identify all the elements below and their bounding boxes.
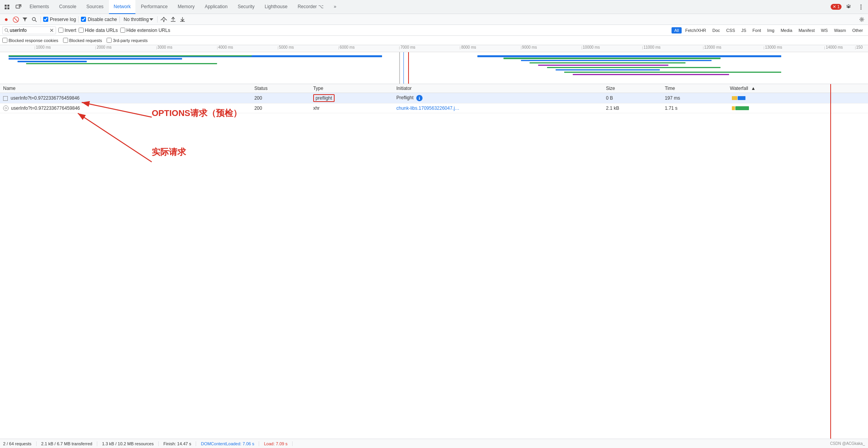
- col-name[interactable]: Name: [0, 84, 251, 93]
- timeline-red-line: [408, 52, 409, 84]
- svg-line-15: [7, 31, 9, 32]
- record-stop-button[interactable]: ●: [2, 16, 10, 23]
- invert-checkbox[interactable]: Invert: [58, 28, 76, 33]
- settings-icon[interactable]: [843, 2, 854, 12]
- svg-point-13: [861, 19, 863, 20]
- wf-bar-blue: [738, 96, 745, 100]
- search-box: ✕: [2, 26, 56, 34]
- type-btn-doc[interactable]: Doc: [710, 27, 723, 33]
- tick-11000: 11000 ms: [642, 45, 661, 49]
- type-btn-img[interactable]: Img: [765, 27, 777, 33]
- tab-elements[interactable]: Elements: [25, 0, 54, 14]
- more-options-icon[interactable]: [856, 2, 866, 12]
- finish-time: Finish: 14.47 s: [159, 441, 196, 446]
- row-icon-square: [3, 96, 8, 101]
- wf-bar-green: [735, 106, 749, 110]
- col-initiator[interactable]: Initiator: [393, 84, 603, 93]
- initiator-link-2[interactable]: chunk-libs.1709563226047.j…: [396, 105, 459, 111]
- col-time[interactable]: Time: [662, 84, 727, 93]
- dock-icon[interactable]: [2, 2, 12, 12]
- type-btn-wasm[interactable]: Wasm: [831, 27, 849, 33]
- search-button[interactable]: [30, 16, 38, 23]
- tab-application[interactable]: Application: [200, 0, 232, 14]
- chart-bar-11: [547, 67, 721, 68]
- tab-memory[interactable]: Memory: [173, 0, 199, 14]
- hide-data-urls-checkbox[interactable]: Hide data URLs: [79, 28, 118, 33]
- disable-cache-checkbox[interactable]: Disable cache: [81, 17, 117, 22]
- chart-bar-10: [538, 65, 668, 66]
- svg-rect-0: [5, 5, 7, 7]
- type-btn-media[interactable]: Media: [778, 27, 795, 33]
- svg-rect-2: [5, 7, 7, 9]
- tick-150: 150: [855, 45, 863, 49]
- tick-5000: 5000 ms: [278, 45, 294, 49]
- search-clear-button[interactable]: ✕: [49, 27, 54, 33]
- tab-network[interactable]: Network: [109, 0, 135, 14]
- tab-bar-right: ✕ 1: [831, 2, 866, 12]
- extra-filter-bar: Blocked response cookies Blocked request…: [0, 36, 868, 45]
- third-party-requests-checkbox[interactable]: 3rd-party requests: [107, 38, 147, 43]
- type-btn-ws[interactable]: WS: [818, 27, 831, 33]
- cell-initiator-2: chunk-libs.1709563226047.j…: [393, 104, 603, 113]
- filter-search-input[interactable]: [10, 28, 49, 33]
- sort-arrow-icon: ▲: [751, 86, 756, 91]
- tick-9000: 9000 ms: [521, 45, 537, 49]
- csdn-badge: CSDN @ACGkaka_: [830, 441, 865, 446]
- filter-icon-button[interactable]: [21, 16, 29, 23]
- detach-icon[interactable]: [13, 2, 24, 12]
- type-btn-other[interactable]: Other: [849, 27, 866, 33]
- type-btn-css[interactable]: CSS: [724, 27, 738, 33]
- tab-lighthouse[interactable]: Lighthouse: [260, 0, 292, 14]
- timeline-ruler: 1000 ms 2000 ms 3000 ms 4000 ms 5000 ms …: [0, 45, 868, 52]
- chart-bar-8: [521, 60, 712, 61]
- chart-bar-4: [9, 55, 252, 56]
- table-row[interactable]: userInfo?t=0.9722336776459846 200 prefli…: [0, 93, 868, 104]
- wf-bar-yellow-2: [732, 106, 735, 110]
- hide-extension-urls-checkbox[interactable]: Hide extension URLs: [120, 28, 170, 33]
- throttle-select[interactable]: No throttling: [122, 16, 155, 23]
- export-har-icon[interactable]: [179, 16, 186, 23]
- divider-2: [78, 16, 79, 23]
- tab-console[interactable]: Console: [54, 0, 81, 14]
- requests-count: 2 / 64 requests: [3, 441, 37, 446]
- cell-size-1: 0 B: [603, 93, 661, 104]
- divider-3: [119, 16, 120, 23]
- clear-button[interactable]: 🚫: [12, 16, 19, 23]
- dom-content-loaded-time: DOMContentLoaded: 7.06 s: [196, 441, 259, 446]
- tick-4000: 4000 ms: [217, 45, 233, 49]
- import-har-icon[interactable]: [169, 16, 177, 23]
- cell-waterfall-1: [727, 93, 868, 104]
- col-waterfall[interactable]: Waterfall ▲: [727, 84, 868, 93]
- tab-recorder[interactable]: Recorder ⌥: [293, 0, 328, 14]
- tab-sources[interactable]: Sources: [82, 0, 108, 14]
- tick-13000: 13000 ms: [764, 45, 782, 49]
- preserve-log-checkbox[interactable]: Preserve log: [43, 17, 76, 22]
- tab-security[interactable]: Security: [233, 0, 259, 14]
- tick-12000: 12000 ms: [703, 45, 721, 49]
- preflight-info-icon: ℹ: [416, 95, 423, 101]
- blocked-requests-checkbox[interactable]: Blocked requests: [63, 38, 102, 43]
- settings-gear-icon[interactable]: [858, 16, 866, 23]
- tab-performance[interactable]: Performance: [136, 0, 172, 14]
- blocked-response-cookies-checkbox[interactable]: Blocked response cookies: [2, 38, 58, 43]
- filter-bar: ✕ Invert Hide data URLs Hide extension U…: [0, 25, 868, 36]
- row-icon-xhr: ⟳: [3, 105, 9, 111]
- tab-more[interactable]: »: [329, 0, 341, 14]
- resources-size: 1.3 kB / 10.2 MB resources: [97, 441, 159, 446]
- timeline-chart: [0, 52, 868, 84]
- table-row[interactable]: ⟳ userInfo?t=0.9722336776459846 200 xhr …: [0, 104, 868, 113]
- col-size[interactable]: Size: [603, 84, 661, 93]
- svg-point-8: [861, 8, 862, 9]
- network-toolbar: ● 🚫 Preserve log Disable cache No thrott…: [0, 14, 868, 25]
- network-conditions-icon[interactable]: [160, 16, 168, 23]
- type-btn-manifest[interactable]: Manifest: [796, 27, 817, 33]
- cell-status-2: 200: [251, 104, 310, 113]
- col-type[interactable]: Type: [310, 84, 393, 93]
- type-btn-all[interactable]: All: [672, 27, 682, 33]
- type-btn-font[interactable]: Font: [750, 27, 764, 33]
- actual-request-annotation-label: 实际请求: [152, 146, 186, 158]
- col-status[interactable]: Status: [251, 84, 310, 93]
- type-btn-fetchxhr[interactable]: Fetch/XHR: [682, 27, 709, 33]
- type-btn-js[interactable]: JS: [738, 27, 749, 33]
- type-filter-buttons: All Fetch/XHR Doc CSS JS Font Img Media …: [672, 27, 866, 33]
